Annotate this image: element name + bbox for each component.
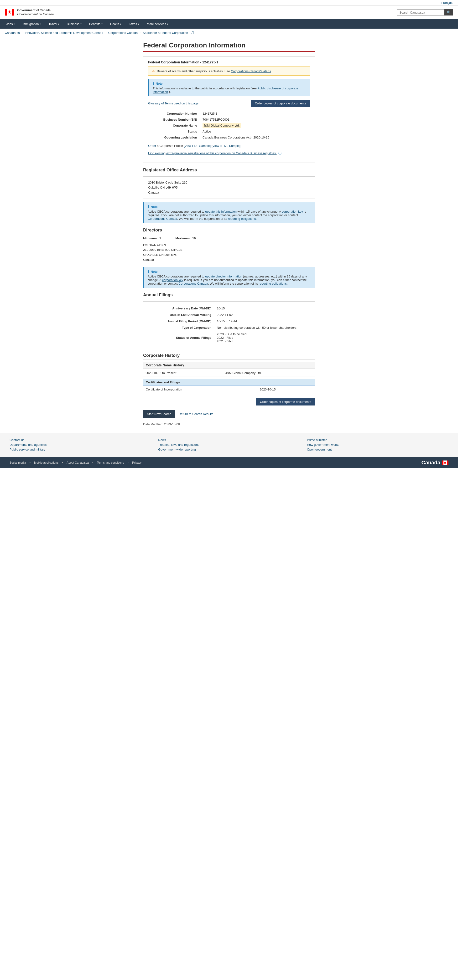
section-box-title: Federal Corporation Information - 124172… xyxy=(148,60,310,64)
site-search: 🔍 xyxy=(397,9,453,16)
order-profile-text: a Corporate Profile xyxy=(157,144,184,148)
update-director-link[interactable]: update director information xyxy=(205,275,242,278)
note-box-1: ℹ Note This information is available to … xyxy=(148,79,310,96)
address-line1: 2030 Bristol Circle Suite 210 xyxy=(148,180,310,185)
order-docs-button-bottom[interactable]: Order copies of corporate documents xyxy=(256,398,315,406)
breadcrumb-arrow-3: → xyxy=(139,31,142,35)
reporting-obligations-link-2[interactable]: reporting obligations xyxy=(259,282,287,285)
footer-separator-1: • xyxy=(30,461,30,465)
nav-more-services-arrow: ▾ xyxy=(167,23,168,25)
breadcrumb-search[interactable]: Search for a Federal Corporation xyxy=(143,31,188,35)
search-input[interactable] xyxy=(397,9,444,16)
footer-separator-4: • xyxy=(128,461,129,465)
language-toggle[interactable]: Français xyxy=(441,1,453,5)
svg-rect-4 xyxy=(442,460,444,465)
filing-period-value: 10-15 to 12-14 xyxy=(215,318,310,325)
address-line2: Oakville ON L6H 6P5 xyxy=(148,185,310,190)
search-button[interactable]: 🔍 xyxy=(444,9,453,16)
corp-key-link-2[interactable]: corporation key xyxy=(162,278,184,282)
directors-section: Minimum 1 Maximum 10 PATRICK CHEN 210-20… xyxy=(143,237,315,262)
footer-social-media[interactable]: Social media xyxy=(10,461,26,465)
nav-travel[interactable]: Travel ▾ xyxy=(45,19,63,29)
footer-public-service[interactable]: Public service and military xyxy=(10,448,151,451)
print-icon[interactable]: 🖨 xyxy=(191,30,195,35)
breadcrumb-ised[interactable]: Innovation, Science and Economic Develop… xyxy=(25,31,103,35)
nav-business[interactable]: Business ▾ xyxy=(63,19,85,29)
nav-benefits[interactable]: Benefits ▾ xyxy=(85,19,106,29)
footer-privacy[interactable]: Privacy xyxy=(132,461,142,465)
anniversary-value: 10-15 xyxy=(215,305,310,312)
order-docs-button-top[interactable]: Order copies of corporate documents xyxy=(251,100,310,107)
breadcrumb-canada[interactable]: Canada.ca xyxy=(5,31,20,35)
breadcrumb: Canada.ca → Innovation, Science and Econ… xyxy=(0,29,458,37)
info-icon-extra: ⓘ xyxy=(278,151,281,155)
name-history-name: J&M Global Company Ltd. xyxy=(223,370,315,376)
breadcrumb-corps-canada[interactable]: Corporations Canada xyxy=(108,31,138,35)
certs-heading: Certificates and Filings xyxy=(143,379,315,386)
annual-filings-heading: Annual Filings xyxy=(143,293,315,299)
director-info: PATRICK CHEN 210-2030 BRISTOL CIRCLE OAK… xyxy=(143,242,315,262)
corp-number-value: 1241725-1 xyxy=(201,111,310,116)
footer-top: Contact us Departments and agencies Publ… xyxy=(0,433,458,457)
gov-leg-label: Governing Legislation xyxy=(148,134,201,140)
corp-type-value: Non-distributing corporation with 50 or … xyxy=(215,325,310,331)
return-to-results-link[interactable]: Return to Search Results xyxy=(179,412,213,416)
extra-provincial-link[interactable]: Find existing extra-provincial registrat… xyxy=(148,151,277,155)
footer-terms[interactable]: Terms and conditions xyxy=(97,461,124,465)
warning-link[interactable]: Corporations Canada's alerts xyxy=(231,69,271,73)
corp-number-label: Corporation Number xyxy=(148,111,201,116)
extra-provincial-row: Find existing extra-provincial registrat… xyxy=(148,151,310,156)
footer-departments[interactable]: Departments and agencies xyxy=(10,443,151,447)
nav-more-services[interactable]: More services ▾ xyxy=(143,19,172,29)
directors-max-label: Maximum xyxy=(176,237,190,240)
footer-contact-us[interactable]: Contact us xyxy=(10,438,151,442)
order-profile-link[interactable]: Order xyxy=(148,144,156,148)
info-icon-3: ℹ xyxy=(148,270,149,274)
pdf-sample-link[interactable]: [View PDF Sample] xyxy=(184,144,211,148)
corp-type-label: Type of Corporation xyxy=(148,325,215,331)
corp-key-link-1[interactable]: corporation key xyxy=(282,210,303,213)
update-info-link[interactable]: update this information xyxy=(205,210,237,213)
filing-status-values: 2023 - Due to be filed 2022 - Filed 2021… xyxy=(215,331,310,344)
address-line3: Canada xyxy=(148,190,310,195)
directors-min-value: 1 xyxy=(160,237,161,240)
note-box-2: ℹ Note Active CBCA corporations are requ… xyxy=(143,202,315,223)
footer-gov-reporting[interactable]: Government-wide reporting xyxy=(158,448,300,451)
corp-info-box: Federal Corporation Information - 124172… xyxy=(143,57,315,163)
nav-jobs[interactable]: Jobs ▾ xyxy=(2,19,19,29)
footer-gov-works[interactable]: How government works xyxy=(307,443,448,447)
nav-health[interactable]: Health ▾ xyxy=(106,19,125,29)
footer-about-canada[interactable]: About Canada.ca xyxy=(67,461,89,465)
nav-immigration[interactable]: Immigration ▾ xyxy=(19,19,45,29)
directors-max-value: 10 xyxy=(192,237,196,240)
note-text-2: Active CBCA corporations are required to… xyxy=(148,210,311,221)
start-new-search-button[interactable]: Start New Search xyxy=(143,410,175,418)
footer-open-gov[interactable]: Open government xyxy=(307,448,448,451)
note-title-2: ℹ Note xyxy=(148,205,311,208)
html-sample-link[interactable]: [View HTML Sample] xyxy=(212,144,241,148)
last-meeting-label: Date of Last Annual Meeting xyxy=(148,312,215,318)
reporting-obligations-link-1[interactable]: reporting obligations xyxy=(228,217,256,221)
footer-treaties[interactable]: Treaties, laws and regulations xyxy=(158,443,300,447)
note-title-3: ℹ Note xyxy=(148,270,311,274)
nav-health-arrow: ▾ xyxy=(120,23,121,25)
bottom-actions: Start New Search Return to Search Result… xyxy=(143,410,315,418)
footer-mobile-apps[interactable]: Mobile applications xyxy=(34,461,59,465)
footer-bottom-links: Social media • Mobile applications • Abo… xyxy=(10,461,142,465)
note-title-1: ℹ Note xyxy=(153,81,306,85)
date-modified-value: 2023-10-06 xyxy=(164,422,180,426)
footer-col-1: Contact us Departments and agencies Publ… xyxy=(10,438,151,452)
glossary-link[interactable]: Glossary of Terms used on this page xyxy=(148,102,198,105)
footer-prime-minister[interactable]: Prime Minister xyxy=(307,438,448,442)
svg-rect-0 xyxy=(5,9,7,16)
date-modified-label: Date Modified: xyxy=(143,422,163,426)
corp-info-table: Corporation Number 1241725-1 Business Nu… xyxy=(148,111,310,140)
corps-canada-link-1[interactable]: Corporations Canada xyxy=(148,217,177,221)
footer-news[interactable]: News xyxy=(158,438,300,442)
links-row: Order a Corporate Profile [View PDF Samp… xyxy=(148,144,310,148)
corps-canada-link-2[interactable]: Corporations Canada xyxy=(179,282,208,285)
table-row: 2020-10-15 to Present J&M Global Company… xyxy=(143,370,315,376)
nav-taxes[interactable]: Taxes ▾ xyxy=(125,19,143,29)
corp-name-value: J&M Global Company Ltd. xyxy=(201,123,310,129)
nav-benefits-arrow: ▾ xyxy=(101,23,102,25)
